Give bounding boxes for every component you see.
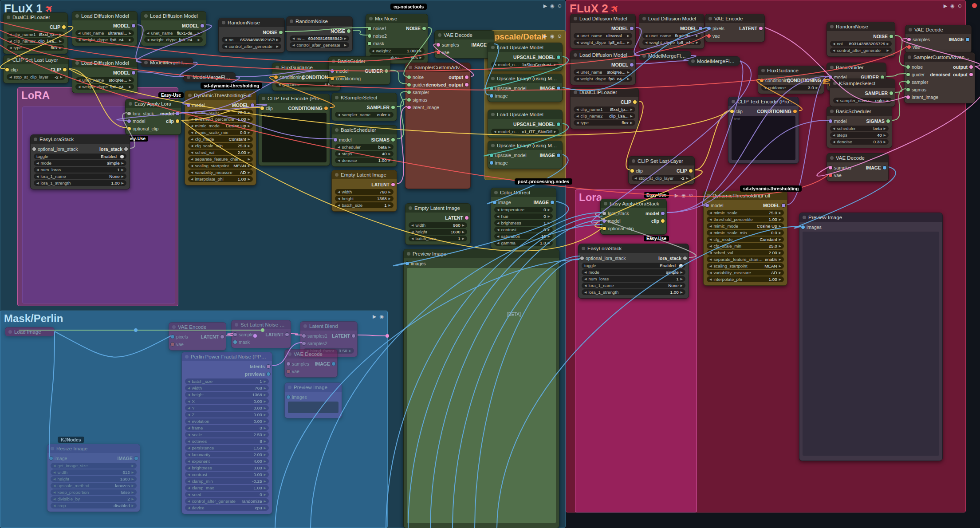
play-icon[interactable]: ▶ [675, 193, 678, 198]
node-color-correct[interactable]: Color CorrectimageIMAGE◀temperature0▶◀hu… [491, 188, 556, 249]
combo-left-arrow-icon[interactable]: ◀ [709, 218, 712, 221]
input-port-vae[interactable]: vae [171, 342, 184, 347]
node-title-bar[interactable]: Upscale Image (using Model) [488, 74, 562, 83]
input-port-model[interactable]: model [331, 68, 349, 74]
node-title-bar[interactable]: Resize Image [47, 444, 140, 453]
combo-left-arrow-icon[interactable]: ◀ [709, 225, 712, 228]
widget-Y[interactable]: ◀Y0.00▶ [185, 405, 269, 411]
node-load-diffusion-model-r2[interactable]: Load Diffusion ModelMODEL◀unet_nameflux1… [639, 14, 704, 49]
input-port-noise[interactable]: noise [407, 75, 424, 80]
collapse-dot-icon[interactable] [187, 75, 190, 79]
input-port-images[interactable]: images [405, 261, 426, 266]
output-port-MODEL[interactable]: MODEL [113, 70, 135, 75]
widget-cfg_mode[interactable]: ◀cfg_modeConstant▶ [188, 136, 253, 142]
node-title-bar[interactable]: Easy Apply Lora [126, 99, 181, 108]
node-flux-guidance-r[interactable]: FluxGuidanceconditioningCONDITIONING◀gui… [758, 66, 824, 94]
combo-right-arrow-icon[interactable]: ▶ [264, 493, 266, 496]
node-load-diffusion-model-r1[interactable]: Load Diffusion ModelMODEL◀unet_nameultra… [570, 14, 636, 49]
input-port-image[interactable]: image [490, 160, 508, 165]
combo-left-arrow-icon[interactable]: ◀ [188, 386, 190, 390]
output-port-MODEL[interactable]: MODEL [763, 203, 785, 208]
widget-num_loras[interactable]: ◀num_loras1▶ [34, 167, 126, 173]
node-preview-image-mask[interactable]: Preview Imageimages [284, 382, 342, 418]
input-port-lora_stack[interactable]: lora_stack [602, 211, 629, 216]
widget-mimic_scale[interactable]: ◀mimic_scale75.0▶ [707, 210, 784, 216]
combo-left-arrow-icon[interactable]: ◀ [709, 264, 712, 268]
widget-separate_feature_channels[interactable]: ◀separate_feature_channels▶ [188, 156, 253, 162]
widget-persistence[interactable]: ◀persistence1.50▶ [185, 445, 269, 451]
collapse-dot-icon[interactable] [491, 113, 495, 116]
node-set-latent-noise-mask[interactable]: Set Latent Noise MasksamplesLATENTmask [231, 320, 291, 348]
combo-left-arrow-icon[interactable]: ◀ [53, 471, 55, 474]
combo-left-arrow-icon[interactable]: ◀ [188, 426, 190, 430]
input-port-model[interactable]: model [829, 118, 847, 124]
combo-left-arrow-icon[interactable]: ◀ [191, 138, 193, 141]
combo-right-arrow-icon[interactable]: ▶ [264, 393, 266, 397]
combo-right-arrow-icon[interactable]: ▶ [816, 86, 818, 90]
input-port-image[interactable]: image [49, 456, 67, 461]
output-port-LATENT[interactable]: LATENT [265, 332, 289, 337]
combo-left-arrow-icon[interactable]: ◀ [191, 131, 193, 134]
input-port-noise2[interactable]: noise2 [368, 33, 387, 39]
node-title-bar[interactable]: CLIP Set Last Layer [629, 157, 694, 165]
node-title-bar[interactable]: VAE Decode [905, 25, 971, 34]
input-port-optional_lora_stack[interactable]: optional_lora_stack [32, 146, 78, 152]
widget-denoise[interactable]: ◀denoise1.00▶ [335, 158, 394, 163]
output-port-NOISE[interactable]: NOISE [331, 28, 350, 34]
widget-denoise[interactable]: ◀denoise0.33▶ [830, 139, 889, 145]
node-random-noise-2[interactable]: RandomNoiseNOISE◀noise604908165889426▶◀c… [286, 16, 353, 51]
input-port-vae[interactable]: vae [907, 44, 920, 50]
collapse-dot-icon[interactable] [188, 94, 192, 97]
node-title-bar[interactable]: ModelMergeFlux1 [141, 58, 193, 67]
combo-left-arrow-icon[interactable]: ◀ [411, 230, 413, 234]
combo-right-arrow-icon[interactable]: ▶ [627, 71, 630, 74]
node-title-bar[interactable]: Load Diffusion Model [72, 59, 137, 67]
combo-right-arrow-icon[interactable]: ▶ [681, 291, 683, 294]
node-title-bar[interactable]: KSamplerSelect [332, 93, 397, 102]
combo-left-arrow-icon[interactable]: ◀ [709, 258, 712, 261]
combo-left-arrow-icon[interactable]: ◀ [338, 113, 340, 117]
output-port-IMAGE[interactable]: IMAGE [540, 86, 560, 91]
combo-right-arrow-icon[interactable]: ▶ [264, 433, 266, 437]
output-port-CLIP[interactable]: CLIP [50, 24, 66, 30]
output-port-NOISE[interactable]: NOISE [263, 30, 283, 35]
combo-left-arrow-icon[interactable]: ◀ [709, 271, 712, 275]
combo-left-arrow-icon[interactable]: ◀ [188, 380, 190, 383]
output-port-MODEL[interactable]: MODEL [232, 102, 254, 108]
pin-icon[interactable]: ◉ [550, 3, 555, 9]
output-port-IMAGE[interactable]: IMAGE [949, 37, 969, 42]
combo-right-arrow-icon[interactable]: ▶ [264, 500, 266, 503]
node-title-bar[interactable]: Preview Image [285, 383, 342, 392]
combo-left-arrow-icon[interactable]: ◀ [411, 224, 413, 227]
output-port-model[interactable]: model [645, 211, 665, 216]
combo-right-arrow-icon[interactable]: ▶ [887, 49, 889, 52]
widget-keep_proportion[interactable]: ◀keep_proportionfalse▶ [51, 489, 137, 495]
widget-toggle[interactable]: toggleEnabled [34, 154, 126, 159]
combo-right-arrow-icon[interactable]: ▶ [779, 271, 781, 275]
combo-left-arrow-icon[interactable]: ◀ [188, 446, 190, 450]
combo-left-arrow-icon[interactable]: ◀ [188, 506, 190, 510]
combo-left-arrow-icon[interactable]: ◀ [292, 37, 295, 40]
node-sampler-custom-advanced-1[interactable]: SamplerCustomAdvancednoiseoutputguiderde… [405, 63, 471, 189]
combo-left-arrow-icon[interactable]: ◀ [584, 291, 586, 294]
node-title-bar[interactable]: Upscale Image (using Model) [488, 141, 562, 150]
node-vae-encode-mask[interactable]: VAE EncodepixelsLATENTvae [169, 322, 226, 351]
collapse-dot-icon[interactable] [803, 216, 806, 219]
combo-right-arrow-icon[interactable]: ▶ [779, 218, 781, 221]
widget-cfg_mode[interactable]: ◀cfg_modeConstant▶ [707, 236, 784, 242]
collapse-dot-icon[interactable] [491, 144, 495, 147]
combo-left-arrow-icon[interactable]: ◀ [338, 204, 340, 207]
node-clip-set-last-layer-r[interactable]: CLIP Set Last LayerclipCLIP◀stop_at_clip… [628, 156, 695, 185]
combo-right-arrow-icon[interactable]: ▶ [248, 158, 250, 161]
combo-left-arrow-icon[interactable]: ◀ [188, 460, 190, 463]
combo-right-arrow-icon[interactable]: ▶ [779, 231, 781, 235]
widget-height[interactable]: ◀height1368▶ [185, 392, 269, 398]
widget-mimic_scale[interactable]: ◀mimic_scale75.0▶ [188, 110, 253, 115]
widget-weight_dtype[interactable]: ◀weight_dtypefp8_e4...▶ [642, 39, 701, 45]
collapse-dot-icon[interactable] [303, 324, 307, 328]
collapse-dot-icon[interactable] [438, 33, 441, 37]
widget-sampler_name[interactable]: ◀sampler_nameeuler▶ [833, 98, 892, 103]
combo-left-arrow-icon[interactable]: ◀ [338, 152, 340, 156]
combo-right-arrow-icon[interactable]: ▶ [779, 244, 781, 248]
widget-weight_dtype[interactable]: ◀weight_dtypefp8_e4...▶ [75, 84, 134, 90]
